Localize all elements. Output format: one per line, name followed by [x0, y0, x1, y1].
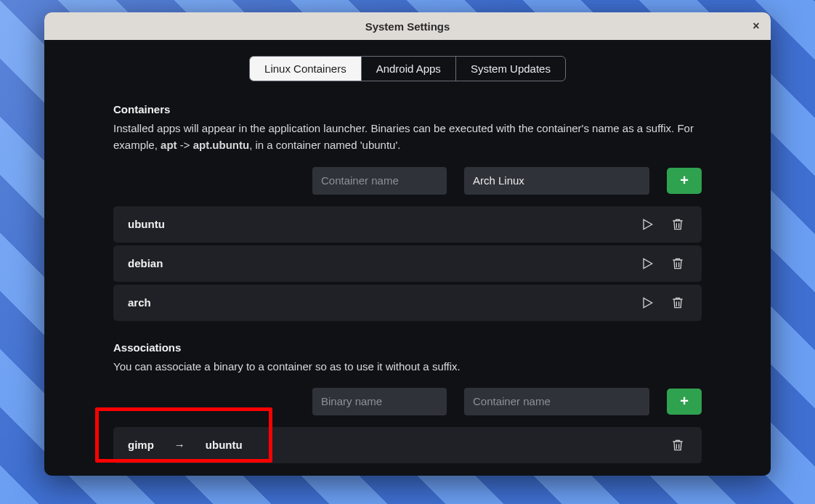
play-icon: [640, 256, 654, 271]
association-container-input[interactable]: [464, 388, 649, 415]
container-name-input[interactable]: [312, 167, 447, 195]
container-row-ubuntu: ubuntu: [113, 206, 702, 243]
trash-icon: [670, 438, 685, 452]
associations-heading: Associations: [113, 341, 702, 354]
container-row-arch: arch: [113, 285, 702, 321]
container-start-button[interactable]: [638, 293, 657, 312]
container-row-debian: debian: [113, 245, 702, 282]
container-delete-button[interactable]: [668, 254, 687, 273]
add-association-button[interactable]: +: [667, 389, 702, 415]
association-row-gimp: gimp → ubuntu: [113, 427, 702, 463]
containers-description: Installed apps will appear in the applic…: [113, 120, 702, 154]
play-icon: [640, 217, 654, 232]
container-name-label: ubuntu: [128, 218, 165, 230]
desc-bold-apt: apt: [161, 139, 177, 151]
tab-bar: Linux Containers Android Apps System Upd…: [44, 56, 771, 81]
window-content: Linux Containers Android Apps System Upd…: [44, 40, 771, 476]
svg-marker-2: [644, 298, 652, 307]
window-title: System Settings: [365, 20, 450, 33]
container-delete-button[interactable]: [668, 293, 687, 312]
trash-icon: [670, 217, 685, 232]
tab-android-apps[interactable]: Android Apps: [361, 57, 455, 81]
container-start-button[interactable]: [638, 215, 657, 234]
tab-system-updates[interactable]: System Updates: [455, 57, 565, 81]
play-icon: [640, 296, 654, 310]
desc-text: , in a container named 'ubuntu'.: [249, 139, 400, 151]
window-close-button[interactable]: ×: [749, 19, 763, 33]
trash-icon: [670, 296, 685, 310]
binary-name-input[interactable]: [312, 388, 447, 415]
containers-section: Containers Installed apps will appear in…: [113, 103, 702, 321]
desc-text: ->: [177, 139, 193, 151]
svg-marker-1: [644, 259, 652, 268]
association-delete-button[interactable]: [668, 436, 687, 455]
add-container-button[interactable]: +: [667, 168, 702, 194]
svg-marker-0: [644, 219, 652, 229]
container-name-label: debian: [128, 257, 163, 269]
container-delete-button[interactable]: [668, 215, 687, 234]
settings-window: System Settings × Linux Containers Andro…: [44, 12, 771, 476]
trash-icon: [670, 256, 685, 271]
tab-group: Linux Containers Android Apps System Upd…: [249, 56, 566, 81]
container-start-button[interactable]: [638, 254, 657, 273]
association-binary-label: gimp: [128, 439, 154, 451]
containers-heading: Containers: [113, 103, 702, 115]
titlebar: System Settings ×: [44, 12, 771, 40]
add-association-row: +: [113, 388, 702, 415]
add-container-row: +: [113, 167, 702, 195]
desc-bold-aptubuntu: apt.ubuntu: [193, 139, 249, 151]
associations-description: You can associate a binary to a containe…: [113, 358, 702, 375]
association-container-label: ubuntu: [206, 439, 243, 451]
container-distro-select[interactable]: [464, 167, 649, 195]
associations-section: Associations You can associate a binary …: [113, 341, 702, 463]
arrow-icon: →: [166, 439, 194, 451]
container-name-label: arch: [128, 296, 151, 309]
tab-linux-containers[interactable]: Linux Containers: [250, 57, 361, 81]
